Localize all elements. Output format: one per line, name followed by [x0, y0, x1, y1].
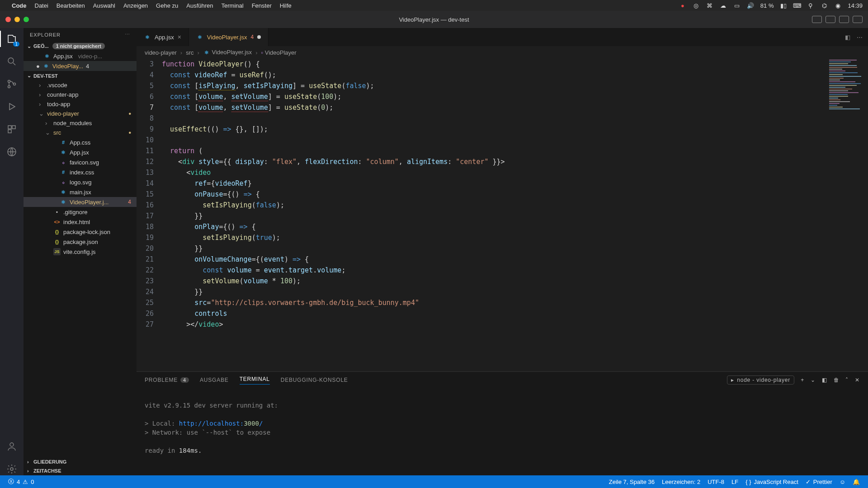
- split-terminal-icon[interactable]: ◧: [822, 377, 827, 383]
- outline-header[interactable]: › GLIEDERUNG: [24, 457, 137, 466]
- file-item[interactable]: ⚛App.jsx: [24, 147, 137, 157]
- file-item[interactable]: {}package-lock.json: [24, 227, 137, 237]
- open-editors-header[interactable]: ⌄ GEÖ... 1 nicht gespeichert: [24, 41, 137, 51]
- modified-dot-icon: •: [128, 112, 131, 116]
- run-debug-icon[interactable]: [5, 100, 18, 113]
- terminal-dropdown-icon[interactable]: ⌄: [811, 377, 816, 383]
- file-item[interactable]: ⚛VideoPlayer.j...4: [24, 197, 137, 207]
- status-lang[interactable]: { } JavaScript React: [742, 479, 802, 485]
- close-tab-icon[interactable]: ×: [178, 33, 181, 41]
- editor-tab[interactable]: ⚛VideoPlayer.jsx 4: [189, 28, 269, 46]
- terminal-content[interactable]: vite v2.9.15 dev server running at: > Lo…: [137, 388, 868, 475]
- window-minimize-button[interactable]: [14, 17, 20, 22]
- menu-item[interactable]: Fenster: [252, 2, 272, 9]
- menu-item[interactable]: Gehe zu: [156, 2, 178, 9]
- status-icon[interactable]: ●: [679, 2, 686, 9]
- workspace-header[interactable]: ⌄ DEV-TEST: [24, 71, 137, 80]
- control-center-icon[interactable]: ⌬: [821, 2, 828, 9]
- menu-item[interactable]: Bearbeiten: [57, 2, 85, 9]
- explorer-icon[interactable]: 1: [5, 33, 18, 45]
- close-panel-icon[interactable]: ✕: [855, 377, 860, 383]
- open-editor-item[interactable]: ●⚛VideoPlay...4: [24, 61, 137, 71]
- toggle-sidebar-icon[interactable]: [812, 16, 822, 23]
- item-name: package-lock.json: [63, 229, 110, 235]
- menu-item[interactable]: Hilfe: [280, 2, 292, 9]
- menubar-app[interactable]: Code: [12, 2, 27, 9]
- volume-icon[interactable]: 🔊: [747, 2, 754, 9]
- battery-icon[interactable]: ▮▯: [780, 2, 787, 9]
- extensions-icon[interactable]: [5, 123, 18, 136]
- breadcrumb-item[interactable]: video-player: [145, 49, 177, 56]
- menu-item[interactable]: Anzeigen: [123, 2, 148, 9]
- menu-item[interactable]: Datei: [35, 2, 48, 9]
- customize-layout-icon[interactable]: [853, 16, 863, 23]
- settings-gear-icon[interactable]: [5, 463, 18, 475]
- breadcrumb[interactable]: video-player›src›⚛ VideoPlayer.jsx›▫ Vid…: [137, 46, 868, 59]
- display-icon[interactable]: ▭: [733, 2, 741, 9]
- file-item[interactable]: JSvite.config.js: [24, 247, 137, 257]
- account-icon[interactable]: [5, 440, 18, 453]
- menu-item[interactable]: Terminal: [222, 2, 244, 9]
- status-icon[interactable]: ◎: [693, 2, 700, 9]
- file-item[interactable]: ⬦favicon.svg: [24, 157, 137, 167]
- folder-item[interactable]: ›.vscode: [24, 80, 137, 90]
- new-terminal-icon[interactable]: +: [801, 377, 804, 383]
- panel-tab-debug[interactable]: DEBUGGING-KONSOLE: [281, 377, 348, 383]
- toggle-panel-icon[interactable]: [826, 16, 835, 23]
- file-item[interactable]: {}package.json: [24, 237, 137, 247]
- maximize-panel-icon[interactable]: ˄: [845, 377, 849, 383]
- editor-tab[interactable]: ⚛App.jsx×: [137, 28, 189, 46]
- panel-tab-problems[interactable]: PROBLEME4: [145, 377, 189, 383]
- split-editor-icon[interactable]: ◧: [845, 34, 850, 41]
- file-item[interactable]: •.gitignore: [24, 207, 137, 217]
- panel-tab-terminal[interactable]: TERMINAL: [240, 376, 270, 385]
- terminal-selector[interactable]: ▸ node - video-player: [727, 375, 794, 385]
- explorer-more-icon[interactable]: ⋯: [125, 32, 130, 38]
- code-content[interactable]: function VideoPlayer() { const videoRef …: [162, 59, 868, 371]
- status-icon[interactable]: ⌘: [706, 2, 713, 9]
- open-editor-item[interactable]: ⚛App.jsxvideo-p...: [24, 51, 137, 61]
- menu-item[interactable]: Auswahl: [93, 2, 115, 9]
- svg-rect-6: [8, 130, 11, 133]
- file-item[interactable]: #index.css: [24, 167, 137, 177]
- folder-item[interactable]: ⌄src•: [24, 128, 137, 137]
- status-errors[interactable]: ⓧ4 ⚠0: [5, 478, 38, 486]
- file-item[interactable]: ⚛main.jsx: [24, 187, 137, 197]
- siri-icon[interactable]: ◉: [834, 2, 841, 9]
- menu-item[interactable]: Ausführen: [186, 2, 213, 9]
- status-prettier[interactable]: ✓ Prettier: [802, 479, 836, 485]
- search-icon[interactable]: [5, 55, 18, 68]
- window-maximize-button[interactable]: [24, 17, 29, 22]
- breadcrumb-item[interactable]: src: [186, 49, 193, 56]
- status-eol[interactable]: LF: [728, 479, 742, 485]
- file-item[interactable]: #App.css: [24, 137, 137, 147]
- keyboard-icon[interactable]: ⌨︎: [793, 2, 801, 9]
- code-editor[interactable]: 3456789101112131415161718192021222324252…: [137, 59, 868, 371]
- kill-terminal-icon[interactable]: 🗑: [834, 377, 840, 383]
- folder-item[interactable]: ⌄video-player•: [24, 109, 137, 118]
- file-item[interactable]: ⬦logo.svg: [24, 177, 137, 187]
- open-editors-label: GEÖ...: [33, 43, 49, 49]
- status-icon[interactable]: ☁︎: [720, 2, 727, 9]
- window-close-button[interactable]: [5, 17, 11, 22]
- status-encoding[interactable]: UTF-8: [704, 479, 728, 485]
- status-bell-icon[interactable]: 🔔: [849, 479, 863, 485]
- wifi-icon[interactable]: ⚲: [807, 2, 814, 9]
- breadcrumb-item[interactable]: ▫ VideoPlayer: [261, 49, 296, 56]
- timeline-header[interactable]: › ZEITACHSE: [24, 466, 137, 475]
- status-feedback-icon[interactable]: ☺: [836, 479, 849, 485]
- folder-item[interactable]: ›counter-app: [24, 90, 137, 99]
- breadcrumb-item[interactable]: ⚛ VideoPlayer.jsx: [203, 49, 252, 56]
- status-indent[interactable]: Leerzeichen: 2: [658, 479, 704, 485]
- source-control-icon[interactable]: [5, 78, 18, 90]
- file-item[interactable]: <>index.html: [24, 217, 137, 227]
- more-actions-icon[interactable]: ⋯: [857, 34, 863, 41]
- toggle-secondary-icon[interactable]: [839, 16, 849, 23]
- clock[interactable]: 14:39: [848, 2, 863, 9]
- folder-item[interactable]: ›node_modules: [24, 118, 137, 128]
- folder-item[interactable]: ›todo-app: [24, 99, 137, 109]
- status-cursor[interactable]: Zeile 7, Spalte 36: [605, 479, 658, 485]
- minimap[interactable]: [827, 59, 868, 371]
- panel-tab-output[interactable]: AUSGABE: [200, 377, 229, 383]
- remote-icon[interactable]: [5, 145, 18, 158]
